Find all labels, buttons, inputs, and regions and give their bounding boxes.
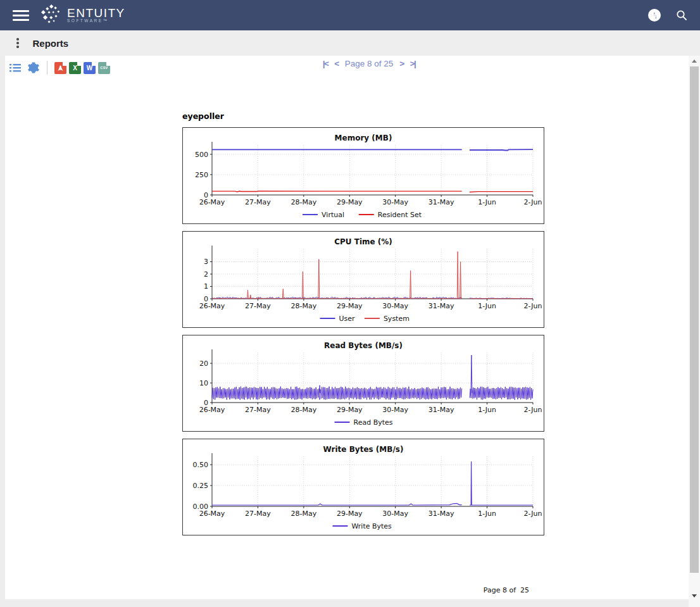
svg-text:28-May: 28-May [291, 198, 316, 206]
svg-text:Resident Set: Resident Set [378, 211, 422, 219]
svg-text:Read Bytes (MB/s): Read Bytes (MB/s) [324, 341, 403, 350]
next-page-button[interactable]: > [399, 59, 403, 68]
settings-gear-icon[interactable] [27, 61, 40, 74]
svg-text:26-May: 26-May [199, 406, 225, 414]
search-icon[interactable] [676, 9, 687, 21]
svg-text:31-May: 31-May [428, 406, 454, 414]
svg-text:20: 20 [199, 360, 208, 368]
svg-text:31-May: 31-May [428, 198, 454, 206]
svg-text:1-Jun: 1-Jun [478, 406, 496, 414]
svg-text:29-May: 29-May [337, 406, 363, 414]
svg-text:29-May: 29-May [337, 302, 363, 310]
report-entity-title: eyepoller [182, 111, 544, 122]
svg-text:500: 500 [195, 151, 208, 159]
svg-text:26-May: 26-May [199, 198, 225, 206]
svg-text:28-May: 28-May [291, 510, 316, 518]
chart-memory: Memory (MB)025050026-May27-May28-May29-M… [182, 127, 544, 224]
svg-text:Write Bytes (MB/s): Write Bytes (MB/s) [323, 445, 404, 454]
svg-text:30-May: 30-May [382, 510, 408, 518]
svg-text:27-May: 27-May [245, 510, 271, 518]
svg-text:1-Jun: 1-Jun [478, 510, 496, 518]
report-toolbar: X W CSV [9, 61, 113, 75]
entuity-logo: ENTUITY SOFTWARE™ [41, 4, 125, 27]
toolbar-divider [47, 61, 47, 75]
svg-text:System: System [384, 315, 409, 323]
svg-text:30-May: 30-May [382, 406, 408, 414]
svg-text:26-May: 26-May [199, 510, 225, 518]
vertical-scrollbar [689, 56, 700, 607]
pagination: |< < Page 8 of 25 > >| [323, 59, 416, 68]
brand-name: ENTUITY [67, 8, 125, 18]
report-body: eyepoller Memory (MB)025050026-May27-May… [182, 111, 544, 594]
import-export-icon[interactable]: ↑↓ [648, 9, 661, 22]
scroll-down-button[interactable] [689, 591, 700, 601]
svg-text:250: 250 [195, 171, 208, 179]
chart-read-bytes: Read Bytes (MB/s)0102026-May27-May28-May… [182, 335, 544, 432]
scroll-up-button[interactable] [689, 56, 700, 66]
svg-text:27-May: 27-May [245, 302, 271, 310]
svg-text:Memory (MB): Memory (MB) [335, 134, 392, 142]
svg-text:0.50: 0.50 [193, 461, 209, 469]
excel-export-icon[interactable]: X [69, 62, 81, 74]
chart-write-bytes: Write Bytes (MB/s)0.000.250.5026-May27-M… [182, 439, 544, 535]
svg-text:1-Jun: 1-Jun [478, 198, 496, 206]
svg-text:User: User [339, 315, 356, 323]
svg-text:2-Jun: 2-Jun [524, 406, 542, 414]
app-header: ENTUITY SOFTWARE™ ↑↓ [0, 0, 700, 30]
svg-text:28-May: 28-May [291, 406, 316, 414]
prev-page-button[interactable]: < [334, 59, 338, 68]
pagination-label: Page 8 of 25 [345, 59, 394, 68]
svg-text:31-May: 31-May [428, 510, 454, 518]
svg-text:29-May: 29-May [337, 510, 363, 518]
menu-icon[interactable] [13, 10, 29, 21]
page-title: Reports [33, 38, 69, 49]
entuity-logo-icon [41, 4, 62, 27]
report-contents-icon[interactable] [9, 61, 22, 74]
svg-text:10: 10 [199, 379, 208, 387]
svg-text:28-May: 28-May [291, 302, 316, 310]
svg-text:Write Bytes: Write Bytes [351, 522, 392, 530]
svg-text:27-May: 27-May [245, 406, 271, 414]
svg-text:2-Jun: 2-Jun [524, 510, 542, 518]
kebab-menu-icon[interactable] [14, 35, 22, 51]
svg-text:30-May: 30-May [382, 302, 408, 310]
svg-text:2: 2 [204, 270, 208, 278]
svg-text:1-Jun: 1-Jun [478, 302, 496, 310]
svg-text:29-May: 29-May [337, 198, 363, 206]
svg-text:2-Jun: 2-Jun [524, 198, 542, 206]
last-page-button[interactable]: >| [410, 59, 416, 68]
svg-text:0.25: 0.25 [193, 482, 209, 490]
svg-text:Read Bytes: Read Bytes [354, 418, 393, 427]
svg-text:27-May: 27-May [245, 198, 271, 206]
chart-cpu-time: CPU Time (%)012326-May27-May28-May29-May… [182, 231, 544, 328]
scroll-up-icon [692, 59, 697, 63]
svg-text:Virtual: Virtual [322, 211, 344, 219]
svg-text:CPU Time (%): CPU Time (%) [334, 237, 392, 246]
scroll-down-icon [692, 594, 697, 598]
svg-text:31-May: 31-May [428, 302, 454, 310]
report-page: X W CSV |< < Page 8 of 25 > >| eyepoller… [5, 56, 689, 599]
svg-text:30-May: 30-May [382, 198, 408, 206]
svg-text:2-Jun: 2-Jun [524, 302, 542, 310]
svg-text:26-May: 26-May [199, 302, 225, 310]
word-export-icon[interactable]: W [84, 62, 96, 74]
first-page-button[interactable]: |< [323, 59, 328, 68]
svg-text:1: 1 [204, 282, 208, 291]
scrollbar-thumb[interactable] [690, 66, 699, 573]
csv-export-icon[interactable]: CSV [98, 62, 110, 74]
pdf-export-icon[interactable] [54, 62, 66, 74]
report-page-footer: Page 8 of 25 [182, 586, 544, 594]
menu-bar: Reports [0, 30, 700, 56]
svg-text:3: 3 [204, 258, 208, 266]
